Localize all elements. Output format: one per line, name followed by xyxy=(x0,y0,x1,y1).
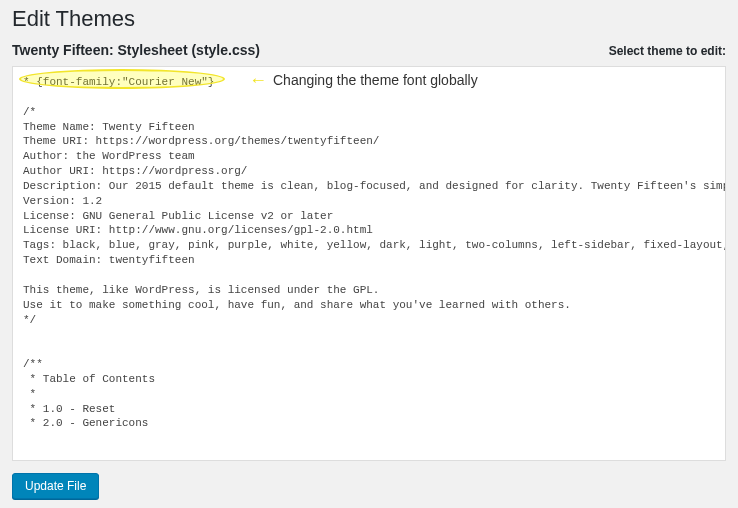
select-theme-label: Select theme to edit: xyxy=(609,44,726,58)
page-title: Edit Themes xyxy=(12,0,726,42)
update-file-button[interactable]: Update File xyxy=(12,473,99,499)
header-row: Twenty Fifteen: Stylesheet (style.css) S… xyxy=(12,42,726,58)
stylesheet-editor[interactable] xyxy=(13,67,725,460)
editor-wrap: ← Changing the theme font globally xyxy=(12,66,726,461)
file-subtitle: Twenty Fifteen: Stylesheet (style.css) xyxy=(12,42,260,58)
